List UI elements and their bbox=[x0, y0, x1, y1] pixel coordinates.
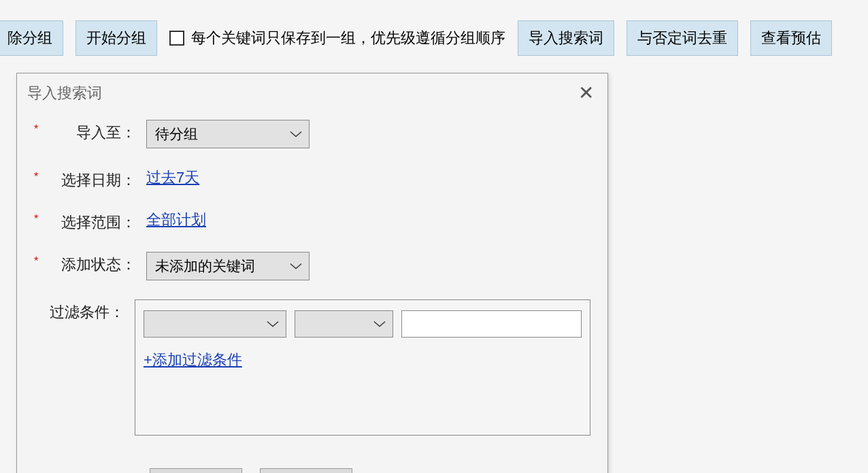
filter-operator-select[interactable] bbox=[295, 310, 393, 338]
import-to-selected-value: 待分组 bbox=[155, 125, 198, 144]
chevron-down-icon bbox=[290, 129, 302, 140]
dedupe-negatives-button[interactable]: 与否定词去重 bbox=[627, 20, 738, 56]
dialog-body: * 导入至： 待分组 * 选择日期： 过去7天 * 选择范围： 全部 bbox=[17, 113, 607, 468]
add-status-select[interactable]: 未添加的关键词 bbox=[146, 252, 310, 280]
clear-group-button[interactable]: 除分组 bbox=[0, 20, 63, 56]
toolbar: 除分组 开始分组 每个关键词只保存到一组，优先级遵循分组顺序 导入搜索词 与否定… bbox=[0, 0, 868, 56]
row-import-to: * 导入至： 待分组 bbox=[34, 120, 590, 148]
date-range-link[interactable]: 过去7天 bbox=[146, 169, 199, 186]
label-add-status: 添加状态： bbox=[48, 252, 146, 275]
add-status-selected-value: 未添加的关键词 bbox=[155, 257, 255, 276]
required-icon: * bbox=[34, 120, 48, 135]
add-filter-link[interactable]: +添加过滤条件 bbox=[144, 351, 242, 368]
filter-row bbox=[144, 310, 582, 338]
dialog-title: 导入搜索词 bbox=[27, 83, 102, 103]
checkbox-label: 每个关键词只保存到一组，优先级遵循分组顺序 bbox=[191, 28, 505, 48]
dialog-footer: 确定 取消 bbox=[17, 468, 607, 473]
import-search-dialog: 导入搜索词 ✕ * 导入至： 待分组 * 选择日期： 过去7天 * bbox=[16, 73, 608, 473]
single-group-checkbox[interactable] bbox=[169, 31, 184, 46]
required-icon: * bbox=[34, 167, 48, 183]
close-icon[interactable]: ✕ bbox=[578, 84, 594, 103]
required-icon: * bbox=[34, 252, 48, 267]
row-select-scope: * 选择范围： 全部计划 bbox=[34, 210, 590, 233]
start-group-button[interactable]: 开始分组 bbox=[76, 20, 157, 56]
row-add-status: * 添加状态： 未添加的关键词 bbox=[34, 252, 590, 280]
import-to-select[interactable]: 待分组 bbox=[146, 120, 310, 148]
chevron-down-icon bbox=[267, 319, 279, 329]
row-filter-conditions: * 过滤条件： bbox=[34, 299, 590, 436]
required-icon: * bbox=[34, 210, 48, 225]
chevron-down-icon bbox=[290, 261, 302, 272]
row-select-date: * 选择日期： 过去7天 bbox=[34, 167, 590, 191]
scope-link[interactable]: 全部计划 bbox=[146, 211, 206, 228]
cancel-button[interactable]: 取消 bbox=[260, 468, 352, 473]
filter-conditions-box: +添加过滤条件 bbox=[135, 299, 590, 436]
chevron-down-icon bbox=[373, 319, 386, 329]
label-filter-cond: 过滤条件： bbox=[46, 299, 135, 323]
label-import-to: 导入至： bbox=[48, 120, 146, 143]
filter-value-input[interactable] bbox=[401, 310, 582, 338]
import-search-button[interactable]: 导入搜索词 bbox=[518, 20, 614, 56]
view-estimate-button[interactable]: 查看预估 bbox=[750, 20, 832, 56]
single-group-checkbox-wrap[interactable]: 每个关键词只保存到一组，优先级遵循分组顺序 bbox=[169, 28, 505, 48]
ok-button[interactable]: 确定 bbox=[150, 468, 242, 473]
label-select-date: 选择日期： bbox=[48, 167, 146, 191]
label-select-scope: 选择范围： bbox=[48, 210, 146, 233]
filter-field-select[interactable] bbox=[144, 310, 286, 338]
dialog-header: 导入搜索词 ✕ bbox=[17, 74, 607, 113]
